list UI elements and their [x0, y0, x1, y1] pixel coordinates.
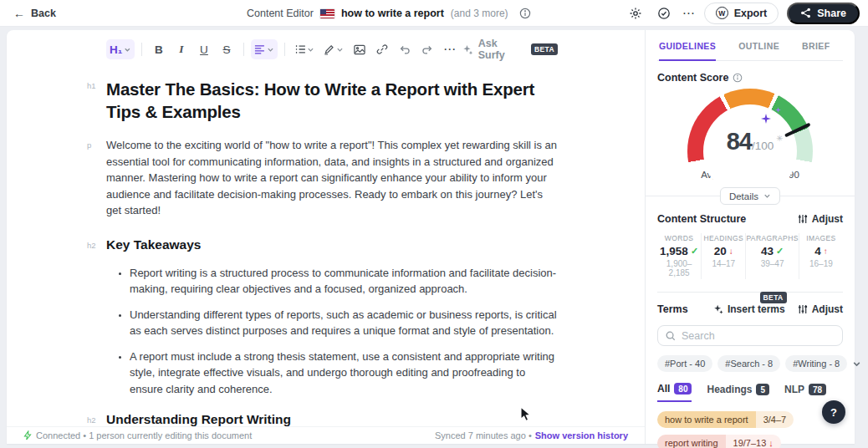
- chevron-down-icon: [307, 46, 314, 53]
- content-structure-stats: WORDS 1,958✓ 1,900–2,185 HEADINGS 20↓ 14…: [657, 233, 843, 279]
- align-left-icon: [254, 44, 265, 54]
- info-icon[interactable]: [733, 73, 743, 83]
- guidelines-sidebar: GUIDELINES OUTLINE BRIEF Content Score ✳…: [646, 30, 855, 444]
- more-options-button[interactable]: ⋯: [682, 6, 696, 21]
- term-category-tabs: All 80 Headings 5 NLP 78: [657, 383, 843, 402]
- sliders-icon: [798, 304, 808, 314]
- count-badge: 5: [756, 384, 769, 395]
- us-flag-icon: [320, 9, 334, 18]
- redo-button[interactable]: [417, 39, 437, 59]
- ask-surfy-label: Ask Surfy: [478, 38, 526, 61]
- chevron-down-icon: [763, 192, 771, 200]
- term-tag[interactable]: how to write a report 3/4–7: [657, 411, 794, 428]
- tab-nlp-terms[interactable]: NLP 78: [784, 383, 826, 402]
- document-more-count[interactable]: (and 3 more): [451, 8, 508, 19]
- check-circle-icon[interactable]: [654, 3, 674, 23]
- strikethrough-button[interactable]: S: [217, 39, 237, 59]
- connected-bolt-icon: [23, 430, 32, 440]
- undo-button[interactable]: [395, 39, 415, 59]
- info-icon[interactable]: [515, 3, 535, 23]
- highlight-button[interactable]: [320, 39, 347, 59]
- sidebar-tabs: GUIDELINES OUTLINE BRIEF: [657, 35, 843, 61]
- filter-chip[interactable]: #Writing - 8: [785, 355, 847, 372]
- stat-paragraphs[interactable]: PARAGRAPHS 43✓ 39–47: [745, 233, 798, 279]
- back-arrow-icon: ←: [13, 7, 25, 20]
- image-icon: [354, 44, 365, 55]
- toolbar-divider: [284, 43, 285, 56]
- document-paragraph[interactable]: Welcome to the exciting world of "how to…: [106, 137, 558, 219]
- check-icon: ✓: [691, 246, 698, 257]
- bold-button[interactable]: B: [149, 39, 169, 59]
- filter-chip[interactable]: #Port - 40: [657, 355, 712, 372]
- insert-terms-button[interactable]: BETA Insert terms: [713, 303, 785, 315]
- document-h2[interactable]: Understanding Report Writing: [106, 412, 558, 427]
- document-title[interactable]: how to write a report: [341, 8, 444, 19]
- ordered-list-icon: [295, 44, 306, 54]
- down-arrow-icon: ↓: [729, 247, 733, 256]
- ask-surfy-button[interactable]: Ask Surfy BETA: [462, 38, 558, 61]
- underline-button[interactable]: U: [194, 39, 214, 59]
- tab-guidelines[interactable]: GUIDELINES: [659, 41, 716, 61]
- toolbar-more-button[interactable]: ⋯: [440, 39, 460, 59]
- bullet-item[interactable]: Report writing is a structured process t…: [130, 265, 558, 298]
- details-button[interactable]: Details: [720, 187, 780, 205]
- search-placeholder: Search: [682, 330, 715, 342]
- undo-icon: [399, 44, 411, 55]
- stat-headings[interactable]: HEADINGS 20↓ 14–17: [701, 233, 745, 279]
- term-filters: #Port - 40 #Search - 8 #Writing - 8: [657, 355, 843, 372]
- term-tag[interactable]: report writing 19/7–13↓: [657, 435, 781, 448]
- share-label: Share: [817, 8, 846, 19]
- connection-status: Connected • 1 person currently editing t…: [36, 430, 252, 440]
- back-button[interactable]: ← Back: [13, 7, 56, 20]
- settings-gear-icon[interactable]: [625, 3, 646, 23]
- help-button[interactable]: ?: [822, 400, 845, 424]
- share-button[interactable]: Share: [787, 3, 860, 24]
- document-body[interactable]: h1 Master The Basics: How to Write a Rep…: [106, 78, 558, 444]
- up-arrow-icon: ↑: [824, 247, 828, 256]
- stat-images[interactable]: IMAGES 4↑ 16–19: [799, 233, 843, 279]
- count-badge: 80: [674, 383, 692, 395]
- count-badge: 78: [809, 384, 826, 395]
- content-score-title: Content Score: [657, 72, 728, 84]
- terms-search-input[interactable]: Search: [657, 325, 843, 346]
- share-icon: [800, 8, 811, 18]
- filter-chip[interactable]: #Search - 8: [717, 355, 780, 372]
- export-button[interactable]: W Export: [704, 3, 779, 24]
- filters-expand-icon[interactable]: [852, 359, 861, 369]
- main-panel: H₁ B I U S: [7, 30, 855, 444]
- tab-headings-terms[interactable]: Headings 5: [707, 383, 769, 402]
- document-bullet-list[interactable]: Report writing is a structured process t…: [106, 265, 558, 398]
- heading-style-label: H₁: [110, 43, 122, 56]
- redo-icon: [421, 44, 433, 55]
- back-label: Back: [31, 8, 56, 19]
- term-tag-list: how to write a report 3/4–7 report writi…: [657, 411, 843, 448]
- structure-adjust-button[interactable]: Adjust: [798, 213, 843, 225]
- tab-brief[interactable]: BRIEF: [802, 41, 830, 60]
- editor-status-bar: Connected • 1 person currently editing t…: [7, 426, 645, 444]
- list-button[interactable]: [292, 39, 319, 59]
- version-history-link[interactable]: Show version history: [535, 430, 628, 440]
- tab-outline[interactable]: OUTLINE: [738, 41, 779, 60]
- pen-icon: [324, 44, 334, 55]
- image-button[interactable]: [350, 39, 370, 59]
- toolbar-divider: [141, 43, 142, 56]
- bullet-item[interactable]: Understanding different types of reports…: [130, 307, 558, 339]
- chevron-down-icon: [336, 46, 344, 53]
- terms-adjust-button[interactable]: Adjust: [798, 303, 843, 315]
- document-h1[interactable]: Master The Basics: How to Write a Report…: [106, 78, 558, 123]
- editor-toolbar: H₁ B I U S: [106, 38, 558, 60]
- document-h2[interactable]: Key Takeaways: [106, 237, 558, 252]
- link-button[interactable]: [372, 39, 392, 59]
- score-max: /100: [752, 140, 774, 152]
- link-icon: [376, 43, 388, 55]
- tab-all-terms[interactable]: All 80: [657, 383, 692, 402]
- heading-style-button[interactable]: H₁: [106, 39, 135, 59]
- synced-status: Synced 7 minutes ago •: [435, 430, 532, 440]
- align-button[interactable]: [251, 39, 278, 59]
- chevron-down-icon: [267, 46, 274, 53]
- bullet-item[interactable]: A report must include a strong thesis st…: [130, 349, 558, 398]
- score-value: 84: [727, 128, 752, 155]
- content-score-gauge: ✳ 84/100: [675, 87, 825, 168]
- italic-button[interactable]: I: [171, 39, 191, 59]
- stat-words[interactable]: WORDS 1,958✓ 1,900–2,185: [657, 233, 701, 279]
